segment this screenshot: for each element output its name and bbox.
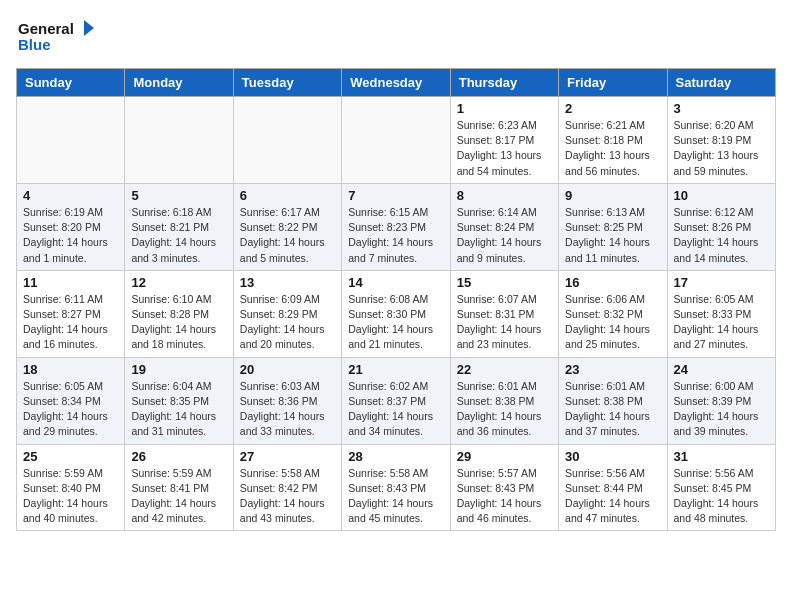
calendar-cell: 16Sunrise: 6:06 AMSunset: 8:32 PMDayligh… bbox=[559, 270, 667, 357]
day-info: Sunrise: 6:03 AMSunset: 8:36 PMDaylight:… bbox=[240, 379, 335, 440]
day-info: Sunrise: 6:23 AMSunset: 8:17 PMDaylight:… bbox=[457, 118, 552, 179]
svg-text:General: General bbox=[18, 20, 74, 37]
weekday-header-monday: Monday bbox=[125, 69, 233, 97]
day-number: 24 bbox=[674, 362, 769, 377]
calendar-cell: 5Sunrise: 6:18 AMSunset: 8:21 PMDaylight… bbox=[125, 183, 233, 270]
calendar-cell: 3Sunrise: 6:20 AMSunset: 8:19 PMDaylight… bbox=[667, 97, 775, 184]
day-info: Sunrise: 6:05 AMSunset: 8:33 PMDaylight:… bbox=[674, 292, 769, 353]
calendar-cell: 27Sunrise: 5:58 AMSunset: 8:42 PMDayligh… bbox=[233, 444, 341, 531]
day-info: Sunrise: 6:04 AMSunset: 8:35 PMDaylight:… bbox=[131, 379, 226, 440]
weekday-header-saturday: Saturday bbox=[667, 69, 775, 97]
day-number: 18 bbox=[23, 362, 118, 377]
day-info: Sunrise: 5:59 AMSunset: 8:40 PMDaylight:… bbox=[23, 466, 118, 527]
calendar-cell: 13Sunrise: 6:09 AMSunset: 8:29 PMDayligh… bbox=[233, 270, 341, 357]
calendar-cell bbox=[125, 97, 233, 184]
day-number: 21 bbox=[348, 362, 443, 377]
weekday-header-tuesday: Tuesday bbox=[233, 69, 341, 97]
calendar-cell: 17Sunrise: 6:05 AMSunset: 8:33 PMDayligh… bbox=[667, 270, 775, 357]
day-number: 13 bbox=[240, 275, 335, 290]
day-info: Sunrise: 6:05 AMSunset: 8:34 PMDaylight:… bbox=[23, 379, 118, 440]
calendar-body: 1Sunrise: 6:23 AMSunset: 8:17 PMDaylight… bbox=[17, 97, 776, 531]
day-number: 23 bbox=[565, 362, 660, 377]
calendar-cell: 9Sunrise: 6:13 AMSunset: 8:25 PMDaylight… bbox=[559, 183, 667, 270]
day-info: Sunrise: 6:15 AMSunset: 8:23 PMDaylight:… bbox=[348, 205, 443, 266]
day-info: Sunrise: 6:14 AMSunset: 8:24 PMDaylight:… bbox=[457, 205, 552, 266]
svg-text:Blue: Blue bbox=[18, 36, 51, 53]
calendar-cell: 31Sunrise: 5:56 AMSunset: 8:45 PMDayligh… bbox=[667, 444, 775, 531]
day-number: 8 bbox=[457, 188, 552, 203]
calendar-week-row-5: 25Sunrise: 5:59 AMSunset: 8:40 PMDayligh… bbox=[17, 444, 776, 531]
calendar-cell: 28Sunrise: 5:58 AMSunset: 8:43 PMDayligh… bbox=[342, 444, 450, 531]
weekday-header-friday: Friday bbox=[559, 69, 667, 97]
day-number: 30 bbox=[565, 449, 660, 464]
calendar-week-row-2: 4Sunrise: 6:19 AMSunset: 8:20 PMDaylight… bbox=[17, 183, 776, 270]
day-number: 17 bbox=[674, 275, 769, 290]
day-number: 31 bbox=[674, 449, 769, 464]
calendar-cell: 18Sunrise: 6:05 AMSunset: 8:34 PMDayligh… bbox=[17, 357, 125, 444]
day-number: 29 bbox=[457, 449, 552, 464]
day-info: Sunrise: 6:01 AMSunset: 8:38 PMDaylight:… bbox=[565, 379, 660, 440]
svg-marker-2 bbox=[84, 20, 94, 36]
day-number: 22 bbox=[457, 362, 552, 377]
day-info: Sunrise: 6:08 AMSunset: 8:30 PMDaylight:… bbox=[348, 292, 443, 353]
day-info: Sunrise: 5:56 AMSunset: 8:45 PMDaylight:… bbox=[674, 466, 769, 527]
day-number: 5 bbox=[131, 188, 226, 203]
day-number: 1 bbox=[457, 101, 552, 116]
day-number: 25 bbox=[23, 449, 118, 464]
day-number: 9 bbox=[565, 188, 660, 203]
calendar-cell bbox=[342, 97, 450, 184]
day-number: 20 bbox=[240, 362, 335, 377]
calendar-cell: 19Sunrise: 6:04 AMSunset: 8:35 PMDayligh… bbox=[125, 357, 233, 444]
day-info: Sunrise: 6:00 AMSunset: 8:39 PMDaylight:… bbox=[674, 379, 769, 440]
calendar-cell: 29Sunrise: 5:57 AMSunset: 8:43 PMDayligh… bbox=[450, 444, 558, 531]
weekday-header-thursday: Thursday bbox=[450, 69, 558, 97]
day-info: Sunrise: 6:17 AMSunset: 8:22 PMDaylight:… bbox=[240, 205, 335, 266]
day-number: 19 bbox=[131, 362, 226, 377]
day-number: 26 bbox=[131, 449, 226, 464]
calendar-cell: 25Sunrise: 5:59 AMSunset: 8:40 PMDayligh… bbox=[17, 444, 125, 531]
calendar-week-row-1: 1Sunrise: 6:23 AMSunset: 8:17 PMDaylight… bbox=[17, 97, 776, 184]
day-info: Sunrise: 5:59 AMSunset: 8:41 PMDaylight:… bbox=[131, 466, 226, 527]
calendar-cell bbox=[17, 97, 125, 184]
day-number: 28 bbox=[348, 449, 443, 464]
day-info: Sunrise: 6:20 AMSunset: 8:19 PMDaylight:… bbox=[674, 118, 769, 179]
calendar-cell: 14Sunrise: 6:08 AMSunset: 8:30 PMDayligh… bbox=[342, 270, 450, 357]
day-number: 6 bbox=[240, 188, 335, 203]
day-number: 11 bbox=[23, 275, 118, 290]
day-info: Sunrise: 6:11 AMSunset: 8:27 PMDaylight:… bbox=[23, 292, 118, 353]
day-number: 2 bbox=[565, 101, 660, 116]
day-info: Sunrise: 6:10 AMSunset: 8:28 PMDaylight:… bbox=[131, 292, 226, 353]
day-info: Sunrise: 6:19 AMSunset: 8:20 PMDaylight:… bbox=[23, 205, 118, 266]
calendar-cell bbox=[233, 97, 341, 184]
day-info: Sunrise: 6:18 AMSunset: 8:21 PMDaylight:… bbox=[131, 205, 226, 266]
calendar-cell: 24Sunrise: 6:00 AMSunset: 8:39 PMDayligh… bbox=[667, 357, 775, 444]
calendar-week-row-3: 11Sunrise: 6:11 AMSunset: 8:27 PMDayligh… bbox=[17, 270, 776, 357]
day-info: Sunrise: 6:21 AMSunset: 8:18 PMDaylight:… bbox=[565, 118, 660, 179]
calendar-cell: 30Sunrise: 5:56 AMSunset: 8:44 PMDayligh… bbox=[559, 444, 667, 531]
day-number: 15 bbox=[457, 275, 552, 290]
calendar-cell: 20Sunrise: 6:03 AMSunset: 8:36 PMDayligh… bbox=[233, 357, 341, 444]
day-number: 16 bbox=[565, 275, 660, 290]
calendar-table: SundayMondayTuesdayWednesdayThursdayFrid… bbox=[16, 68, 776, 531]
calendar-cell: 11Sunrise: 6:11 AMSunset: 8:27 PMDayligh… bbox=[17, 270, 125, 357]
day-info: Sunrise: 5:58 AMSunset: 8:43 PMDaylight:… bbox=[348, 466, 443, 527]
day-info: Sunrise: 5:58 AMSunset: 8:42 PMDaylight:… bbox=[240, 466, 335, 527]
calendar-cell: 12Sunrise: 6:10 AMSunset: 8:28 PMDayligh… bbox=[125, 270, 233, 357]
calendar-cell: 26Sunrise: 5:59 AMSunset: 8:41 PMDayligh… bbox=[125, 444, 233, 531]
day-info: Sunrise: 6:07 AMSunset: 8:31 PMDaylight:… bbox=[457, 292, 552, 353]
day-info: Sunrise: 6:13 AMSunset: 8:25 PMDaylight:… bbox=[565, 205, 660, 266]
calendar-cell: 7Sunrise: 6:15 AMSunset: 8:23 PMDaylight… bbox=[342, 183, 450, 270]
calendar-week-row-4: 18Sunrise: 6:05 AMSunset: 8:34 PMDayligh… bbox=[17, 357, 776, 444]
day-number: 7 bbox=[348, 188, 443, 203]
calendar-cell: 10Sunrise: 6:12 AMSunset: 8:26 PMDayligh… bbox=[667, 183, 775, 270]
logo: GeneralBlue bbox=[16, 16, 96, 56]
day-info: Sunrise: 5:56 AMSunset: 8:44 PMDaylight:… bbox=[565, 466, 660, 527]
calendar-cell: 6Sunrise: 6:17 AMSunset: 8:22 PMDaylight… bbox=[233, 183, 341, 270]
calendar-cell: 21Sunrise: 6:02 AMSunset: 8:37 PMDayligh… bbox=[342, 357, 450, 444]
day-number: 3 bbox=[674, 101, 769, 116]
calendar-cell: 4Sunrise: 6:19 AMSunset: 8:20 PMDaylight… bbox=[17, 183, 125, 270]
day-number: 14 bbox=[348, 275, 443, 290]
day-info: Sunrise: 6:09 AMSunset: 8:29 PMDaylight:… bbox=[240, 292, 335, 353]
day-number: 4 bbox=[23, 188, 118, 203]
calendar-cell: 22Sunrise: 6:01 AMSunset: 8:38 PMDayligh… bbox=[450, 357, 558, 444]
